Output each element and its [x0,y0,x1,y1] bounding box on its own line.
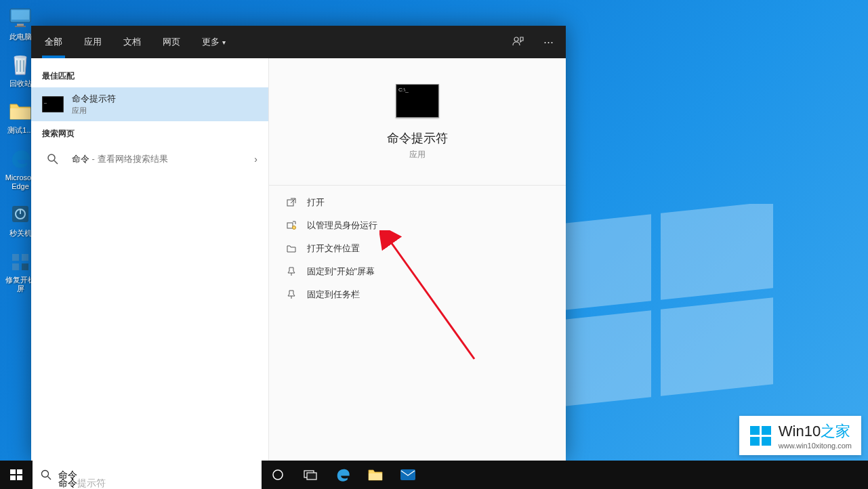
svg-rect-25 [750,426,760,435]
svg-line-34 [48,477,51,480]
search-results-list: 最佳匹配 _ 命令提示符 应用 搜索网页 命令 - 查看网络搜索结果 › [31,58,269,461]
pc-icon [8,5,33,30]
preview-title: 命令提示符 [387,130,448,146]
desktop-icon-label: 秒关机 [9,229,32,238]
action-open-location[interactable]: 打开文件位置 [269,237,566,260]
watermark-badge: Win10之家 www.win10xitong.com [739,416,861,455]
repair-icon [8,249,33,273]
svg-rect-8 [12,254,19,261]
svg-rect-13 [661,204,773,300]
search-icon [41,469,51,480]
search-icon [42,150,64,168]
svg-rect-38 [369,473,382,480]
preview-app-icon: C:\_ [396,84,439,118]
recycle-bin-icon [8,52,33,77]
chevron-down-icon: ▾ [222,39,226,46]
svg-rect-12 [556,214,651,311]
svg-point-23 [293,226,296,230]
tab-docs[interactable]: 文档 [112,26,152,58]
preview-actions: 打开 以管理员身份运行 打开文件位置 固定到"开始"屏幕 固定到任务栏 [269,185,566,312]
svg-rect-39 [400,469,415,480]
start-button[interactable] [0,461,33,489]
tab-all[interactable]: 全部 [34,26,73,58]
start-search-panel: 全部 应用 文档 网页 更多▾ ⋯ 最佳匹配 _ 命令提示符 应用 搜索网页 [31,26,566,461]
result-title: 命令 - 查看网络搜索结果 [72,153,168,165]
tab-apps[interactable]: 应用 [73,26,112,58]
svg-rect-14 [556,310,651,407]
task-view-icon[interactable] [294,461,327,489]
feedback-icon[interactable] [503,36,533,48]
result-subtitle: 应用 [72,106,116,116]
svg-rect-11 [22,263,28,270]
section-best-match: 最佳匹配 [31,64,268,87]
svg-point-19 [48,154,55,161]
result-web-search[interactable]: 命令 - 查看网络搜索结果 › [31,145,268,173]
windows-icon [749,423,773,448]
taskbar-mail-icon[interactable] [392,461,424,489]
edge-icon [8,146,33,171]
cmd-icon: _ [42,95,64,113]
svg-rect-26 [762,426,771,435]
cortana-icon[interactable] [262,461,294,489]
svg-rect-2 [17,24,24,26]
action-run-as-admin[interactable]: 以管理员身份运行 [269,214,566,237]
svg-rect-28 [762,437,771,446]
result-title: 命令提示符 [72,93,116,105]
tab-more[interactable]: 更多▾ [191,26,236,58]
desktop-icon-label: 回收站 [9,79,32,88]
search-preview-pane: C:\_ 命令提示符 应用 打开 以管理员身份运行 打开文件位置 固 [269,58,566,461]
svg-rect-31 [10,475,16,480]
svg-rect-37 [307,473,316,480]
taskbar: 命令提示符 [0,461,868,489]
svg-text:_: _ [43,98,47,104]
section-web-search: 搜索网页 [31,121,268,145]
svg-rect-10 [12,263,19,270]
svg-rect-29 [10,469,16,474]
more-options-icon[interactable]: ⋯ [533,36,563,48]
svg-point-4 [14,56,26,58]
search-input[interactable] [58,470,253,481]
svg-point-16 [514,37,518,41]
desktop-icon-label: 此电脑 [9,33,32,41]
svg-line-20 [54,161,58,164]
search-filter-tabs: 全部 应用 文档 网页 更多▾ ⋯ [31,26,566,58]
open-icon [285,198,297,207]
folder-location-icon [285,244,297,253]
svg-point-33 [42,471,49,477]
svg-rect-1 [12,10,29,20]
svg-rect-21 [287,200,293,206]
taskbar-edge-icon[interactable] [327,461,359,489]
watermark-url: www.win10xitong.com [779,442,852,450]
pin-icon [285,290,297,299]
svg-rect-9 [22,254,28,261]
action-pin-taskbar[interactable]: 固定到任务栏 [269,283,566,306]
folder-icon [8,99,33,123]
action-pin-start[interactable]: 固定到"开始"屏幕 [269,260,566,283]
svg-rect-22 [287,223,293,228]
svg-rect-30 [17,469,22,474]
svg-rect-27 [750,437,760,446]
tab-web[interactable]: 网页 [152,26,191,58]
svg-rect-15 [661,297,773,396]
chevron-right-icon: › [254,154,257,165]
windows-logo-bg [556,204,773,421]
taskbar-explorer-icon[interactable] [359,461,392,489]
admin-icon [285,221,297,230]
svg-rect-3 [15,26,26,27]
result-cmd-prompt[interactable]: _ 命令提示符 应用 [31,87,268,121]
pin-icon [285,267,297,276]
watermark-brand: Win10之家 [779,423,850,440]
shutdown-icon [8,202,33,226]
svg-rect-32 [17,475,22,480]
action-open[interactable]: 打开 [269,191,566,214]
preview-subtitle: 应用 [409,149,426,161]
taskbar-search-box[interactable]: 命令提示符 [33,461,262,489]
svg-point-35 [273,470,283,480]
desktop-icon-label: 测试1... [7,126,33,135]
